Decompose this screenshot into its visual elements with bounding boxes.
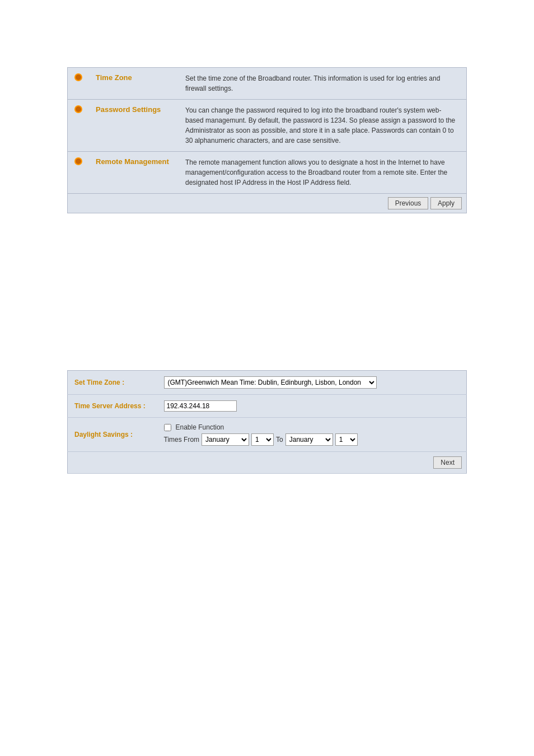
enable-function-line: Enable Function	[164, 423, 460, 431]
next-button[interactable]: Next	[433, 456, 462, 469]
timezone-select[interactable]: (GMT-12:00) International Date Line West…	[164, 376, 377, 389]
daylight-block: Enable Function Times From JanuaryFebrua…	[164, 423, 460, 446]
status-dot-icon	[74, 73, 82, 81]
time-server-input[interactable]	[164, 400, 237, 412]
set-time-zone-control: (GMT-12:00) International Date Line West…	[157, 371, 467, 395]
month-from-select[interactable]: JanuaryFebruaryMarchAprilMayJuneJulyAugu…	[202, 433, 249, 446]
enable-function-checkbox[interactable]	[164, 424, 171, 431]
wizard-table: Time Zone Set the time zone of the Broad…	[67, 67, 467, 213]
to-label: To	[276, 436, 283, 444]
daylight-savings-control: Enable Function Times From JanuaryFebrua…	[157, 418, 467, 452]
enable-function-label: Enable Function	[176, 423, 224, 431]
row-description: You can change the password required to …	[179, 100, 467, 152]
row-label: Remote Management	[89, 152, 179, 194]
wizard-button-row: Previous Apply	[68, 194, 467, 213]
day-to-select[interactable]: 1234567891011121314151617181920212223242…	[335, 433, 358, 446]
row-description: The remote management function allows yo…	[179, 152, 467, 194]
row-label: Time Zone	[89, 68, 179, 100]
daylight-savings-row: Daylight Savings : Enable Function Times…	[68, 418, 467, 452]
time-server-label: Time Server Address :	[68, 395, 157, 418]
time-zone-form: Set Time Zone : (GMT-12:00) Internationa…	[67, 370, 467, 474]
times-from-line: Times From JanuaryFebruaryMarchAprilMayJ…	[164, 433, 460, 446]
day-from-select[interactable]: 1234567891011121314151617181920212223242…	[251, 433, 274, 446]
time-server-control	[157, 395, 467, 418]
set-time-zone-row: Set Time Zone : (GMT-12:00) Internationa…	[68, 371, 467, 395]
bottom-section: Set Time Zone : (GMT-12:00) Internationa…	[67, 370, 467, 474]
daylight-savings-label: Daylight Savings :	[68, 418, 157, 452]
row-label: Password Settings	[89, 100, 179, 152]
wizard-row: Password Settings You can change the pas…	[68, 100, 467, 152]
row-description: Set the time zone of the Broadband route…	[179, 68, 467, 100]
status-dot-icon	[74, 105, 82, 113]
wizard-row: Time Zone Set the time zone of the Broad…	[68, 68, 467, 100]
row-icon-cell	[68, 152, 90, 194]
row-icon-cell	[68, 68, 90, 100]
set-time-zone-label: Set Time Zone :	[68, 371, 157, 395]
wizard-row: Remote Management The remote management …	[68, 152, 467, 194]
form-button-row: Next	[68, 452, 467, 474]
month-to-select[interactable]: JanuaryFebruaryMarchAprilMayJuneJulyAugu…	[285, 433, 333, 446]
row-icon-cell	[68, 100, 90, 152]
times-from-label: Times From	[164, 436, 200, 444]
status-dot-icon	[74, 157, 82, 165]
previous-button[interactable]: Previous	[388, 197, 429, 209]
top-section: Time Zone Set the time zone of the Broad…	[67, 67, 467, 213]
apply-button[interactable]: Apply	[430, 197, 462, 209]
time-server-row: Time Server Address :	[68, 395, 467, 418]
